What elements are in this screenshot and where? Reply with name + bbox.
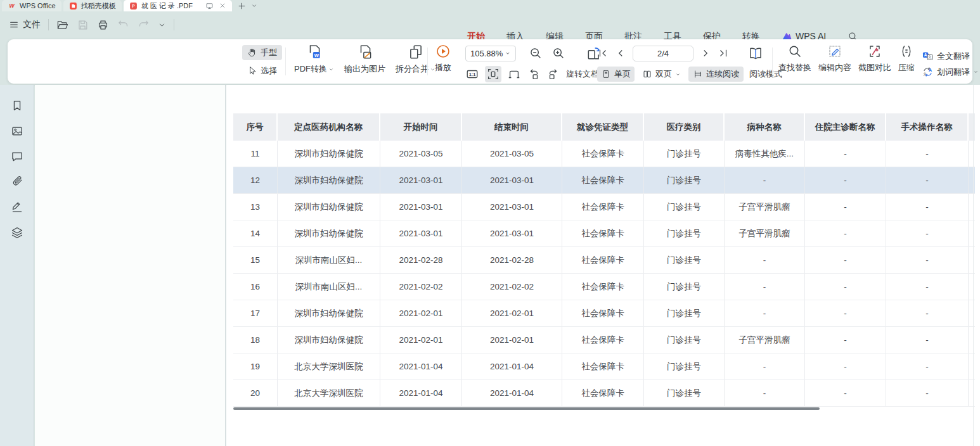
table-cell: - xyxy=(805,380,886,406)
table-row[interactable]: 19北京大学深圳医院2021-01-042021-01-04社会保障卡门诊挂号-… xyxy=(233,354,975,380)
fit-page-icon[interactable] xyxy=(507,67,521,81)
read-mode-label[interactable]: 阅读模式 xyxy=(749,68,782,80)
table-cell: 门诊挂号 xyxy=(644,300,725,326)
table-cell: 2021-03-05 xyxy=(380,141,462,167)
table-cell: 2021-02-01 xyxy=(462,300,562,326)
next-page-icon[interactable] xyxy=(700,48,711,59)
screenshot-compare-button[interactable]: 截图对比 xyxy=(858,44,891,78)
pdf-convert-button[interactable]: PDF转换 xyxy=(294,44,334,75)
double-page-button[interactable]: 双页 xyxy=(639,67,684,82)
table-cell: - xyxy=(886,380,969,406)
rotate-left-icon[interactable] xyxy=(527,67,541,81)
layers-panel-button[interactable] xyxy=(4,220,30,245)
rotate-document-label[interactable]: 旋转文档 xyxy=(566,68,599,80)
continuous-read-button[interactable]: 连续阅读 xyxy=(688,67,744,82)
table-cell: 17 xyxy=(233,300,278,326)
edit-content-button[interactable]: 编辑内容 xyxy=(818,44,851,78)
hand-tool-button[interactable]: 手型 xyxy=(242,45,282,60)
full-translate-icon xyxy=(922,50,934,62)
rotate-right-icon[interactable] xyxy=(546,67,560,81)
table-cell: 社会保障卡 xyxy=(562,354,644,379)
table-cell: 2021-02-02 xyxy=(462,274,562,300)
table-cell: - xyxy=(725,380,805,406)
table-cell: 深圳市南山区妇... xyxy=(278,247,380,273)
table-cell: 门诊挂号 xyxy=(644,327,725,353)
comments-panel-button[interactable] xyxy=(4,144,30,169)
tab-wps-office[interactable]: WPS Office xyxy=(2,0,61,11)
attachments-panel-button[interactable] xyxy=(4,169,30,194)
zoom-out-icon[interactable] xyxy=(529,46,543,60)
compress-icon xyxy=(899,44,914,59)
actual-size-icon[interactable] xyxy=(465,67,479,81)
print-icon[interactable] xyxy=(97,19,109,31)
divider xyxy=(174,19,174,30)
undo-icon[interactable] xyxy=(117,19,129,31)
page-nav-group: 2/4 单页 双页 连续阅读 xyxy=(597,39,782,84)
tab-pdf-document[interactable]: 就 医 记 录 .PDF xyxy=(124,0,232,11)
table-row[interactable]: 18深圳市妇幼保健院2021-02-012021-02-01社会保障卡门诊挂号子… xyxy=(233,327,975,354)
thumbnails-panel-button[interactable] xyxy=(4,118,30,144)
find-replace-button[interactable]: 查找替换 xyxy=(778,44,811,78)
table-row[interactable]: 17深圳市妇幼保健院2021-02-012021-02-01社会保障卡门诊挂号-… xyxy=(233,300,975,327)
edit-content-icon xyxy=(827,44,842,59)
zoom-in-icon[interactable] xyxy=(551,46,565,60)
open-in-window-icon[interactable] xyxy=(205,2,214,10)
last-page-icon[interactable] xyxy=(718,48,729,59)
split-merge-button[interactable]: 拆分合并 xyxy=(396,44,435,75)
compress-button[interactable]: 压缩 xyxy=(898,44,915,78)
export-image-label: 输出为图片 xyxy=(344,63,385,75)
table-cell: 社会保障卡 xyxy=(562,380,644,406)
table-row[interactable]: 13深圳市妇幼保健院2021-03-012021-03-01社会保障卡门诊挂号子… xyxy=(233,194,975,220)
redo-icon[interactable] xyxy=(138,19,150,31)
save-icon[interactable] xyxy=(77,19,89,31)
hand-icon xyxy=(247,48,257,58)
tab-docer-templates[interactable]: 找稻壳模板 xyxy=(63,0,122,11)
open-file-icon[interactable] xyxy=(56,19,68,31)
full-translate-button[interactable]: 全文翻译 xyxy=(922,50,979,62)
table-cell-clipped xyxy=(969,141,975,167)
table-cell: 深圳市妇幼保健院 xyxy=(278,167,380,193)
bookmarks-panel-button[interactable] xyxy=(4,93,30,118)
table-cell-clipped xyxy=(969,380,975,406)
play-button[interactable]: 播放 xyxy=(435,44,451,73)
file-menu-button[interactable]: 文件 xyxy=(9,19,41,30)
zoom-level-combobox[interactable]: 105.88% xyxy=(465,46,516,61)
table-cell: 社会保障卡 xyxy=(562,327,644,353)
first-page-icon[interactable] xyxy=(597,48,609,59)
export-image-button[interactable]: 输出为图片 xyxy=(344,44,385,75)
full-translate-label: 全文翻译 xyxy=(937,51,970,62)
divider xyxy=(427,48,428,75)
page-number-input[interactable]: 2/4 xyxy=(633,46,693,61)
single-page-button[interactable]: 单页 xyxy=(597,67,635,82)
quickbar-chevron-icon[interactable] xyxy=(158,19,166,31)
table-row[interactable]: 15深圳市南山区妇...2021-02-282021-02-28社会保障卡门诊挂… xyxy=(233,247,975,274)
find-replace-label: 查找替换 xyxy=(778,62,811,73)
divider xyxy=(973,85,974,446)
table-row[interactable]: 12深圳市妇幼保健院2021-03-012021-03-01社会保障卡门诊挂号-… xyxy=(233,167,975,194)
tab-label: 就 医 记 录 .PDF xyxy=(141,1,193,11)
table-body: 11深圳市妇幼保健院2021-03-052021-03-05社会保障卡门诊挂号病… xyxy=(233,141,975,407)
pdf-page-canvas[interactable]: 序号定点医药机构名称开始时间结束时间就诊凭证类型医疗类别病种名称住院主诊断名称手… xyxy=(226,85,980,446)
signature-panel-button[interactable] xyxy=(4,194,30,220)
tab-list-chevron-icon[interactable] xyxy=(251,3,257,9)
table-cell: 20 xyxy=(233,380,278,406)
table-row[interactable]: 11深圳市妇幼保健院2021-03-052021-03-05社会保障卡门诊挂号病… xyxy=(233,141,975,167)
table-row[interactable]: 16深圳市南山区妇...2021-02-022021-02-02社会保障卡门诊挂… xyxy=(233,274,975,300)
table-cell: 门诊挂号 xyxy=(644,354,725,379)
new-tab-icon[interactable] xyxy=(238,2,246,10)
close-tab-icon[interactable] xyxy=(219,2,226,10)
read-mode-icon[interactable] xyxy=(748,46,763,61)
fit-width-button[interactable] xyxy=(485,66,501,82)
table-cell: 2021-03-01 xyxy=(462,167,562,193)
continuous-read-icon xyxy=(693,69,703,79)
select-tool-button[interactable]: 选择 xyxy=(242,63,282,79)
table-cell: - xyxy=(886,274,969,300)
table-row[interactable]: 20北京大学深圳医院2021-01-042021-01-04社会保障卡门诊挂号-… xyxy=(233,380,975,407)
table-cell: - xyxy=(805,274,886,300)
table-cell: 社会保障卡 xyxy=(562,167,644,193)
page-indicator-value: 2/4 xyxy=(657,49,669,58)
table-row[interactable]: 14深圳市妇幼保健院2021-03-012021-03-01社会保障卡门诊挂号子… xyxy=(233,220,975,247)
table-cell: 2021-03-01 xyxy=(462,194,562,220)
previous-page-icon[interactable] xyxy=(615,48,626,59)
word-translate-button[interactable]: 划词翻译 xyxy=(922,66,979,78)
